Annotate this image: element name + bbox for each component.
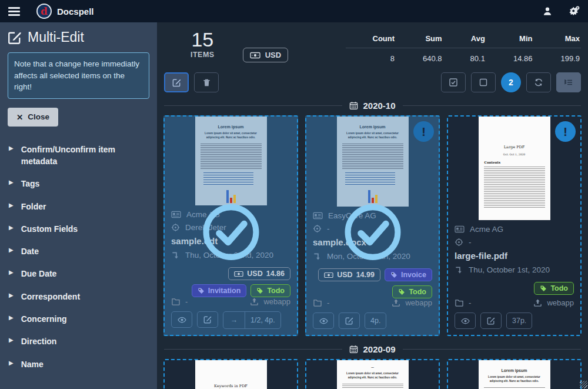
preview-button[interactable] <box>313 312 334 329</box>
selected-count-badge[interactable]: 2 <box>501 72 521 92</box>
accordion-item-correspondent[interactable]: ▶ Correspondent <box>8 285 149 308</box>
tag-icon <box>256 287 263 294</box>
document-thumbnail: Keywords in PDF — <box>165 360 297 389</box>
close-icon: ✕ <box>16 112 23 122</box>
accordion-item-direction[interactable]: ▶ Direction <box>8 330 149 353</box>
thumbnail-chart <box>195 188 267 203</box>
items-main: 15 ITEMS USD Count Sum Avg Min Max 8 640… <box>157 22 588 389</box>
item-card-large-file-pdf[interactable]: Large PDF Oct. Oct 1, 2020 Contents Acme… <box>447 115 582 336</box>
accordion-item-folder[interactable]: ▶ Folder <box>8 195 149 218</box>
item-card[interactable]: Keywords in PDF — <box>163 359 298 389</box>
tag-badge[interactable]: Todo <box>392 285 432 298</box>
folder-icon <box>313 299 322 307</box>
multi-edit-note: Note that a change here immediatly affec… <box>8 52 149 99</box>
accordion-item-due-date[interactable]: ▶ Due Date <box>8 262 149 285</box>
tag-badge[interactable]: Todo <box>534 282 574 295</box>
edit-item-button[interactable] <box>197 311 218 328</box>
upload-icon <box>250 297 259 306</box>
accordion-item-date[interactable]: ▶ Date <box>8 240 149 262</box>
refresh-button[interactable] <box>526 72 551 92</box>
sidebar-title: Multi-Edit <box>28 29 84 45</box>
money-icon <box>250 52 260 59</box>
source-label: webapp <box>405 298 432 307</box>
multi-edit-sidebar: Multi-Edit Note that a change here immed… <box>0 22 157 389</box>
folder-label: - <box>469 298 471 307</box>
correspondent-name: EasyCare AG <box>328 211 376 220</box>
edit-icon <box>487 317 495 325</box>
date-arrow-icon <box>171 251 180 260</box>
edit-item-button[interactable] <box>480 312 502 329</box>
cogs-icon[interactable] <box>568 6 580 16</box>
month-label: 2020-10 <box>363 101 395 111</box>
accordion-item-custom-fields[interactable]: ▶ Custom Fields <box>8 218 149 240</box>
item-card-sample-odt[interactable]: Lorem ipsum Lorem ipsum dolor sit amet, … <box>163 115 298 336</box>
list-view-button[interactable] <box>556 72 581 92</box>
tag-badge[interactable]: Invitation <box>192 284 247 297</box>
item-count: 15 <box>191 29 215 51</box>
user-icon[interactable] <box>542 6 553 16</box>
amount-badge: USD14.86 <box>228 267 290 280</box>
folder-icon <box>455 299 464 307</box>
summary-header: 15 ITEMS USD Count Sum Avg Min Max 8 640… <box>157 22 588 63</box>
top-navbar: d Docspell <box>0 0 588 22</box>
concerning-name: Derek Jeter <box>185 223 226 232</box>
concerning-name: - <box>327 224 330 233</box>
stat-max: 199.9 <box>533 48 581 64</box>
edit-icon <box>8 31 22 45</box>
edit-item-button[interactable] <box>339 312 360 329</box>
app-title: Docspell <box>57 6 94 16</box>
menu-icon[interactable] <box>8 7 20 16</box>
folder-label: - <box>327 298 329 307</box>
caret-right-icon: ▶ <box>9 268 14 277</box>
currency-badge: USD <box>243 48 288 62</box>
tag-badge[interactable]: Todo <box>250 284 290 297</box>
accordion-item-tags[interactable]: ▶ Tags <box>8 172 149 195</box>
concerning-name: - <box>469 238 472 247</box>
caret-right-icon: ▶ <box>9 223 14 232</box>
item-card-sample-docx[interactable]: Lorem ipsum Lorem ipsum dolor sit amet, … <box>305 115 440 336</box>
stats-table: Count Sum Avg Min Max 8 640.8 80.1 14.86… <box>346 31 582 63</box>
caret-right-icon: ▶ <box>9 335 14 345</box>
page-count: 4p. <box>365 312 386 329</box>
source-label: webapp <box>547 298 574 307</box>
select-all-button[interactable] <box>441 72 466 92</box>
accordion-item-concerning[interactable]: ▶ Concerning <box>8 308 149 330</box>
accordion-item-name[interactable]: ▶ Name <box>8 353 149 375</box>
correspondent-name: Acme AG <box>186 210 220 219</box>
preview-button[interactable] <box>171 311 192 328</box>
caret-right-icon: ▶ <box>9 201 14 210</box>
address-card-icon <box>313 212 323 220</box>
app-brand[interactable]: d Docspell <box>36 4 94 19</box>
docspell-logo-icon: d <box>36 4 52 19</box>
caret-right-icon: ▶ <box>9 291 14 300</box>
document-thumbnail: Lorem ipsum Lorem ipsum dolor sit amet, … <box>165 117 297 205</box>
multi-edit-toggle-button[interactable] <box>164 72 189 92</box>
crosshair-icon <box>455 238 463 247</box>
money-icon <box>324 272 333 278</box>
source-label: webapp <box>263 297 290 306</box>
calendar-icon <box>349 345 358 354</box>
close-button[interactable]: ✕ Close <box>8 108 58 127</box>
upload-icon <box>392 298 400 307</box>
tag-icon <box>540 285 547 292</box>
tag-badge[interactable]: Invoice <box>385 268 432 281</box>
tag-icon <box>398 288 405 295</box>
resize-grip[interactable] <box>580 381 587 388</box>
page-count: 1/2, 4p. <box>245 312 280 328</box>
next-attachment-button[interactable]: → <box>223 312 245 328</box>
accordion-item-confirm[interactable]: ▶ Confirm/Unconfirm item metadata <box>8 138 149 173</box>
folder-icon <box>171 298 181 305</box>
items-toolbar: 2 <box>164 72 581 92</box>
thumbnail-chart <box>337 188 409 203</box>
select-none-button[interactable] <box>471 72 496 92</box>
item-card[interactable]: Lorem ipsum Lorem ipsum dolor sit amet, … <box>447 359 582 389</box>
caret-right-icon: ▶ <box>9 178 14 187</box>
document-thumbnail: Lorem ipsum Lorem ipsum dolor sit amet, … <box>448 360 580 389</box>
edit-icon <box>345 317 353 325</box>
eye-icon <box>461 317 470 325</box>
preview-button[interactable] <box>455 312 476 329</box>
stat-sum: 640.8 <box>396 48 443 64</box>
item-card[interactable]: — Lorem ipsum dolor sit amet, consectetu… <box>305 359 440 389</box>
address-card-icon <box>171 211 181 218</box>
delete-button[interactable] <box>194 72 219 92</box>
